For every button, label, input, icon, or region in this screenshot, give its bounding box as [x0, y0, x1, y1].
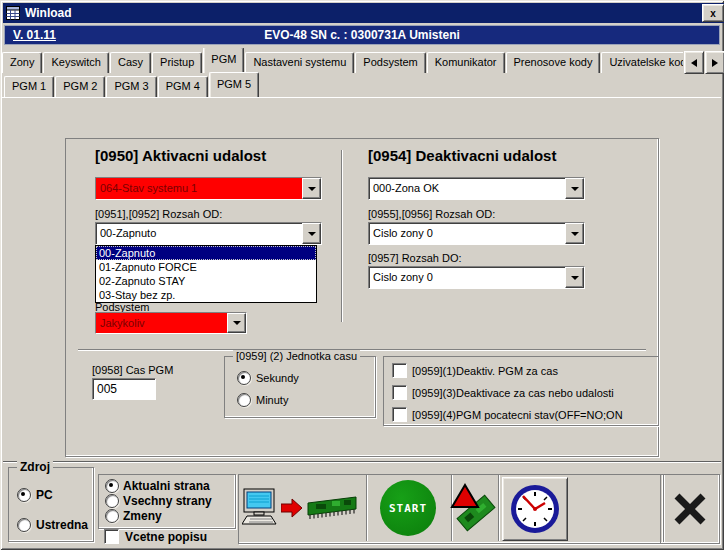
deactivation-range-to-label: [0957] Rozsah DO:: [368, 252, 462, 264]
tab-pristup[interactable]: Pristup: [152, 52, 202, 73]
radio-sekundy[interactable]: [237, 371, 251, 385]
source-group-title: Zdroj: [17, 460, 53, 474]
scope-group: Aktualni strana Vsechny strany Zmeny: [98, 474, 236, 529]
tab-prenosove-kody[interactable]: Prenosove kody: [506, 52, 601, 73]
pgm-sub-tab-bar: PGM 1 PGM 2 PGM 3 PGM 4 PGM 5: [4, 73, 504, 97]
tab-scroll-buttons: [684, 51, 724, 74]
checkbox-row: [0959](3)Deaktivace za cas nebo udalosti: [392, 385, 614, 400]
pgm-time-input[interactable]: [92, 378, 156, 400]
tab-komunikator[interactable]: Komunikator: [427, 52, 505, 73]
radio-zmeny[interactable]: [105, 509, 119, 523]
subtab-pgm5[interactable]: PGM 5: [209, 72, 259, 97]
deactivation-event-select[interactable]: 000-Zona OK: [368, 177, 585, 200]
close-button[interactable]: [660, 474, 720, 544]
tab-scroll-right-button[interactable]: [705, 51, 724, 74]
partition-select[interactable]: Jakykoliv: [95, 312, 247, 334]
radio-row: Zmeny: [105, 509, 162, 523]
partition-value: Jakykoliv: [96, 313, 227, 333]
circuit-board-icon: [304, 493, 360, 523]
device-title: EVO-48 SN c. : 0300731A Umisteni: [5, 28, 719, 42]
computer-icon: [242, 488, 280, 528]
checkbox-label: [0959](4)PGM pocatecni stav(OFF=NO;ON: [412, 409, 623, 421]
winload-window: Winload x V. 01.11 EVO-48 SN c. : 030073…: [0, 0, 724, 550]
radio-label: Sekundy: [256, 372, 299, 384]
radio-label: Minuty: [256, 394, 288, 406]
radio-ustredna[interactable]: [17, 518, 31, 532]
deactivation-range-to-select[interactable]: Cislo zony 0: [368, 266, 585, 289]
radio-aktualni-strana[interactable]: [105, 479, 119, 493]
chevron-down-icon[interactable]: [565, 267, 584, 288]
chevron-down-icon[interactable]: [227, 313, 246, 333]
tab-nastaveni-systemu[interactable]: Nastaveni systemu: [245, 52, 354, 73]
range-from-dropdown-list: 00-Zapnuto 01-Zapnuto FORCE 02-Zapnuto S…: [95, 245, 317, 303]
titlebar-close-button[interactable]: x: [702, 4, 724, 22]
activation-range-from-select[interactable]: 00-Zapnuto: [95, 222, 322, 245]
deactivation-event-value: 000-Zona OK: [369, 178, 565, 199]
toolbar-divider: [498, 475, 500, 541]
checkbox-label: [0959](3)Deaktivace za cas nebo udalosti: [412, 387, 614, 399]
dropdown-option[interactable]: 03-Stay bez zp.: [96, 288, 316, 302]
subtab-pgm2[interactable]: PGM 2: [55, 76, 105, 97]
info-bar: V. 01.11 EVO-48 SN c. : 0300731A Umisten…: [4, 25, 720, 45]
tab-zony[interactable]: Zony: [2, 52, 42, 73]
subtab-pgm4[interactable]: PGM 4: [158, 76, 208, 97]
chevron-down-icon[interactable]: [565, 178, 584, 199]
tab-keyswitch[interactable]: Keyswitch: [43, 52, 109, 73]
start-button-label: START: [389, 502, 427, 515]
tab-scroll-left-button[interactable]: [684, 51, 704, 74]
radio-label: PC: [36, 488, 53, 502]
radio-row: Ustredna: [17, 518, 88, 532]
red-arrow-icon: [281, 497, 303, 519]
radio-row: Minuty: [237, 393, 288, 407]
tab-content-border: [2, 97, 721, 98]
checkbox-label: [0959](1)Deaktiv. PGM za cas: [412, 365, 558, 377]
tab-pgm[interactable]: PGM: [203, 48, 244, 73]
chevron-down-icon[interactable]: [302, 178, 321, 199]
checkbox-pgm-pocatecni-stav[interactable]: [392, 407, 407, 422]
download-to-panel-button[interactable]: [240, 476, 362, 540]
dropdown-option[interactable]: 02-Zapnuto STAY: [96, 274, 316, 288]
tab-casy[interactable]: Casy: [110, 52, 151, 73]
toolbar-divider: [366, 475, 368, 541]
checkbox-vcetne-popisu[interactable]: [104, 529, 119, 544]
checkbox-row: [0959](4)PGM pocatecni stav(OFF=NO;ON: [392, 407, 623, 422]
radio-minuty[interactable]: [237, 393, 251, 407]
arrow-left-icon: [691, 59, 697, 67]
activation-range-from-value: 00-Zapnuto: [96, 223, 302, 244]
chevron-down-icon[interactable]: [565, 223, 584, 244]
radio-vsechny-strany[interactable]: [105, 494, 119, 508]
activation-range-from-label: [0951],[0952] Rozsah OD:: [95, 208, 222, 220]
close-x-icon: [661, 475, 719, 543]
tab-podsystem[interactable]: Podsystem: [355, 52, 425, 73]
radio-label: Zmeny: [123, 509, 162, 523]
tab-uzivatelske-kody[interactable]: Uzivatelske kody: [601, 52, 683, 73]
section-divider: [78, 349, 646, 351]
pgm-options-panel: [0959](1)Deaktiv. PGM za cas [0959](3)De…: [383, 356, 659, 426]
activation-event-value: 064-Stav systemu 1: [96, 178, 302, 199]
window-title: Winload: [25, 6, 72, 20]
chevron-down-icon[interactable]: [302, 223, 321, 244]
dropdown-option[interactable]: 00-Zapnuto: [96, 246, 316, 260]
verify-button[interactable]: [450, 480, 496, 538]
dropdown-option[interactable]: 01-Zapnuto FORCE: [96, 260, 316, 274]
deactivation-range-from-value: Cislo zony 0: [369, 223, 565, 244]
time-unit-group-title: [0959] (2) Jednotka casu: [233, 350, 360, 362]
title-bar: Winload x: [3, 3, 724, 23]
deactivation-range-from-select[interactable]: Cislo zony 0: [368, 222, 585, 245]
clock-button[interactable]: [502, 477, 568, 541]
radio-label: Vsechny strany: [123, 494, 212, 508]
radio-row: Aktualni strana: [105, 479, 210, 493]
checkbox-deaktiv-pgm-za-cas[interactable]: [392, 363, 407, 378]
checkbox-deaktivace-za-cas-nebo-udalosti[interactable]: [392, 385, 407, 400]
activation-event-select[interactable]: 064-Stav systemu 1: [95, 177, 322, 200]
radio-row: Vsechny strany: [105, 494, 212, 508]
start-button[interactable]: START: [380, 480, 436, 536]
deactivation-heading: [0954] Deaktivacni udalost: [368, 147, 556, 164]
subtab-pgm1[interactable]: PGM 1: [4, 76, 54, 97]
subtab-pgm3[interactable]: PGM 3: [106, 76, 156, 97]
main-tab-bar: Zony Keyswitch Casy Pristup PGM Nastaven…: [2, 48, 683, 73]
checkbox-row: [0959](1)Deaktiv. PGM za cas: [392, 363, 558, 378]
pgm-time-label: [0958] Cas PGM: [92, 364, 173, 376]
checkbox-label: Vcetne popisu: [125, 530, 207, 544]
radio-pc[interactable]: [17, 488, 31, 502]
